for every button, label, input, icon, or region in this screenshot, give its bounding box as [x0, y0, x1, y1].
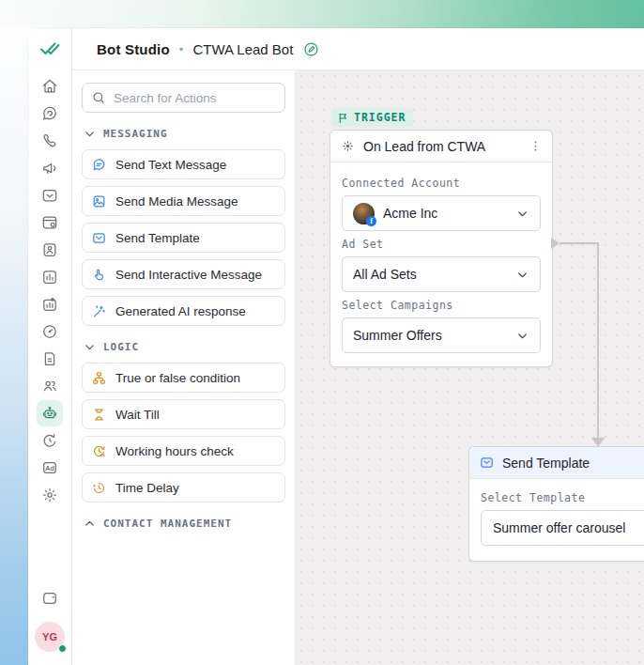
search-input[interactable] — [114, 91, 276, 105]
section-header-logic[interactable]: LOGIC — [84, 341, 284, 353]
media-image-icon — [91, 193, 107, 209]
online-status-dot — [58, 644, 67, 653]
field-label: Ad Set — [342, 238, 541, 251]
trigger-node-title: On Lead from CTWA — [363, 139, 521, 154]
action-send-text-message[interactable]: Send Text Message — [82, 149, 285, 179]
sidebar-item-performance[interactable] — [37, 318, 63, 345]
sidebar-item-chats[interactable] — [37, 101, 63, 127]
working-hours-clock-icon: 24 — [91, 443, 107, 459]
send-template-node-title: Send Template — [502, 456, 644, 471]
sidebar-item-home[interactable] — [37, 73, 63, 100]
page-title: Bot Studio — [97, 41, 170, 57]
text-message-icon — [91, 157, 107, 173]
sidebar-item-history[interactable] — [37, 427, 63, 454]
send-template-node[interactable]: Send Template Select Template Summer off… — [468, 446, 644, 562]
sidebar-item-campaigns[interactable] — [37, 155, 63, 181]
action-label: Send Template — [115, 231, 200, 245]
chevron-down-icon — [515, 268, 529, 282]
select-value: All Ad Sets — [353, 267, 507, 282]
field-label: Connected Account — [342, 177, 541, 190]
template-envelope-icon — [91, 230, 107, 246]
sidebar-item-team[interactable] — [37, 373, 63, 399]
sidebar-item-settings[interactable] — [37, 482, 63, 508]
action-label: Send Media Message — [115, 194, 238, 209]
action-label: True or false condition — [115, 371, 240, 385]
flow-canvas[interactable]: TRIGGER On Lead from CTWA Connected Acco… — [296, 70, 644, 665]
trigger-badge-label: TRIGGER — [354, 111, 406, 124]
collapse-sidebar-button[interactable] — [37, 585, 63, 611]
template-select-input[interactable]: Summer offer carousel — [481, 510, 644, 546]
send-template-node-header: Send Template — [469, 447, 644, 479]
sidebar-item-inbox[interactable] — [37, 182, 63, 209]
chevron-down-icon — [84, 341, 96, 353]
sidebar-item-widgets[interactable] — [37, 209, 63, 236]
section-label: MESSAGING — [103, 128, 168, 140]
collapse-sidebar-icon — [40, 589, 59, 608]
section-label: LOGIC — [103, 341, 139, 353]
facebook-badge-icon: f — [366, 216, 376, 226]
connected-account-select[interactable]: f Acme Inc — [342, 195, 541, 231]
chevron-up-icon — [84, 518, 96, 530]
action-true-or-false-condition[interactable]: True or false condition — [82, 363, 285, 393]
section-header-contact-management[interactable]: CONTACT MANAGEMENT — [84, 518, 284, 530]
action-generated-ai-response[interactable]: Generated AI response — [82, 296, 285, 326]
ad-badge-icon: Ad — [40, 458, 59, 477]
connector-start-arrow — [551, 238, 560, 249]
action-label: Time Delay — [115, 481, 179, 495]
send-template-node-body: Select Template Summer offer carousel — [469, 479, 644, 561]
facebook-page-avatar: f — [353, 203, 375, 224]
edit-bot-name-button[interactable] — [302, 40, 320, 58]
sidebar-item-bot-studio[interactable] — [37, 400, 63, 426]
chat-bubble-icon — [40, 104, 59, 123]
phone-icon — [40, 131, 59, 150]
user-avatar[interactable]: YG — [35, 622, 65, 652]
team-icon — [40, 377, 59, 395]
connector-line-vertical — [597, 242, 599, 440]
megaphone-icon — [40, 159, 59, 178]
sidebar-item-contacts-card[interactable] — [37, 237, 63, 263]
magic-wand-icon — [91, 303, 107, 319]
hourglass-icon — [91, 407, 107, 423]
browser-settings-icon — [40, 213, 59, 232]
content-row: MESSAGING Send Text Message Send Media M… — [72, 70, 644, 665]
chevron-down-icon — [515, 207, 529, 221]
action-wait-till[interactable]: Wait Till — [82, 399, 285, 429]
spark-burst-icon — [340, 138, 356, 154]
user-initials: YG — [42, 631, 57, 642]
trigger-node-body: Connected Account f Acme Inc Ad Set All … — [330, 162, 552, 366]
chart-growth-icon — [40, 295, 59, 314]
bot-name: CTWA Lead Bot — [192, 41, 293, 57]
action-send-interactive-message[interactable]: Send Interactive Message — [82, 259, 285, 289]
sidebar-item-reports[interactable] — [37, 291, 63, 317]
bar-chart-icon — [40, 268, 59, 286]
chevron-down-icon — [84, 128, 96, 140]
section-header-messaging[interactable]: MESSAGING — [84, 128, 284, 140]
action-label: Send Interactive Message — [115, 268, 262, 282]
app-window: Ad YG Bot Studio • CTWA Lead Bot — [28, 28, 644, 665]
trigger-badge: TRIGGER — [331, 108, 413, 127]
field-label: Select Template — [481, 491, 644, 504]
history-clock-icon — [40, 431, 59, 450]
action-time-delay[interactable]: Time Delay — [82, 472, 285, 503]
trigger-node[interactable]: On Lead from CTWA Connected Account f Ac… — [330, 130, 553, 367]
select-value: Summer Offers — [353, 328, 507, 343]
sidebar-item-calls[interactable] — [37, 128, 63, 154]
desktop-left-gradient — [0, 26, 28, 665]
node-menu-button[interactable] — [529, 139, 543, 153]
search-box[interactable] — [82, 83, 285, 113]
action-label: Send Text Message — [115, 158, 226, 172]
time-delay-clock-icon — [91, 480, 107, 496]
campaigns-select[interactable]: Summer Offers — [342, 317, 541, 353]
sidebar-item-documents[interactable] — [37, 346, 63, 372]
gauge-icon — [40, 322, 59, 341]
ad-set-select[interactable]: All Ad Sets — [342, 256, 541, 292]
sidebar-item-ads[interactable]: Ad — [37, 455, 63, 481]
section-label: CONTACT MANAGEMENT — [103, 518, 232, 530]
kebab-menu-icon — [529, 139, 543, 153]
field-label: Select Campaigns — [342, 299, 541, 312]
action-send-media-message[interactable]: Send Media Message — [82, 186, 285, 216]
action-send-template[interactable]: Send Template — [82, 223, 285, 253]
action-working-hours-check[interactable]: 24 Working hours check — [82, 436, 285, 466]
action-label: Working hours check — [115, 444, 234, 458]
sidebar-item-analytics[interactable] — [37, 264, 63, 290]
